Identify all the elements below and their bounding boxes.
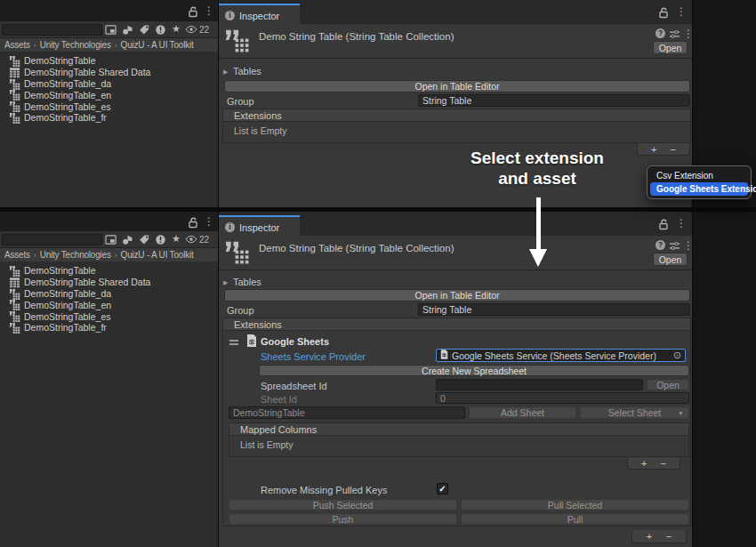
asset-item[interactable]: DemoStringTable xyxy=(0,265,218,277)
asset-label: DemoStringTable_en xyxy=(24,300,111,310)
extension-context-menu: Csv Extension Google Sheets Extension xyxy=(647,165,752,199)
asset-item[interactable]: DemoStringTable Shared Data xyxy=(0,277,218,288)
breadcrumb-assets[interactable]: Assets xyxy=(4,250,30,260)
breadcrumb-assets[interactable]: Assets xyxy=(4,40,30,50)
sheet-id-label: Sheet Id xyxy=(261,394,297,405)
add-extension-button[interactable]: + xyxy=(651,145,656,154)
visibility-eye-icon[interactable] xyxy=(185,25,197,34)
asset-item[interactable]: DemoStringTable_en xyxy=(0,299,218,310)
search-input[interactable] xyxy=(2,24,102,36)
inspector-tabstrip: i Inspector ⋮ xyxy=(219,212,692,236)
spreadsheet-id-field[interactable] xyxy=(436,379,643,390)
tab-inspector[interactable]: i Inspector xyxy=(219,4,300,26)
string-table-icon xyxy=(9,299,20,310)
menu-item-csv-extension[interactable]: Csv Extension xyxy=(650,169,748,182)
remove-missing-checkbox[interactable]: ✓ xyxy=(437,483,448,495)
open-button[interactable]: Open xyxy=(653,253,688,266)
asset-item[interactable]: DemoStringTable_es xyxy=(0,310,218,322)
picture-in-picture-icon[interactable] xyxy=(104,234,117,245)
group-field[interactable]: String Table xyxy=(418,303,690,316)
sheet-id-field: 0 xyxy=(436,392,689,404)
filter-by-type-icon[interactable] xyxy=(121,24,133,36)
asset-label: DemoStringTable Shared Data xyxy=(24,67,150,77)
sheet-document-icon xyxy=(440,350,448,361)
filter-by-type-icon[interactable] xyxy=(121,234,133,245)
asset-item[interactable]: DemoStringTable xyxy=(0,55,218,67)
filter-by-label-icon[interactable] xyxy=(138,24,150,36)
sheet-name-field[interactable]: DemoStringTable xyxy=(229,406,465,419)
google-sheets-extension: Google Sheets Sheets Service Provider Go… xyxy=(222,331,691,527)
help-icon[interactable]: ? xyxy=(655,240,665,250)
sheets-service-provider-label: Sheets Service Provider xyxy=(261,351,366,362)
extensions-list-controls: + − xyxy=(631,530,687,543)
asset-item[interactable]: DemoStringTable_da xyxy=(0,78,218,90)
remove-column-button[interactable]: − xyxy=(661,459,666,468)
kebab-menu-icon[interactable]: ⋮ xyxy=(204,216,214,227)
object-field-value: Google Sheets Service (Sheets Service Pr… xyxy=(452,350,656,361)
asset-item[interactable]: DemoStringTable_en xyxy=(0,89,218,101)
foldout-arrow-icon[interactable]: ▶ xyxy=(223,279,228,286)
picture-in-picture-icon[interactable] xyxy=(104,24,117,36)
tab-label: Inspector xyxy=(239,222,279,233)
sheets-service-provider-field[interactable]: Google Sheets Service (Sheets Service Pr… xyxy=(436,349,686,362)
kebab-menu-icon[interactable]: ⋮ xyxy=(676,6,687,17)
search-input[interactable] xyxy=(2,234,102,245)
inspector-title: Demo String Table (String Table Collecti… xyxy=(259,243,454,253)
asset-item[interactable]: DemoStringTable_fr xyxy=(0,112,218,124)
add-column-button[interactable]: + xyxy=(641,459,647,468)
tables-foldout[interactable]: Tables xyxy=(233,66,261,76)
inspector-header: Demo String Table (String Table Collecti… xyxy=(219,24,692,59)
google-sheets-header: Google Sheets xyxy=(261,336,329,347)
favorites-star-icon[interactable]: ★ xyxy=(170,23,182,35)
asset-item[interactable]: DemoStringTable_es xyxy=(0,101,218,112)
drag-handle-icon[interactable] xyxy=(229,340,238,345)
favorites-star-icon[interactable]: ★ xyxy=(170,233,182,245)
lock-icon[interactable] xyxy=(658,6,669,22)
tab-inspector[interactable]: i Inspector xyxy=(219,215,300,237)
extensions-list-controls: + − xyxy=(637,143,690,156)
object-picker-icon[interactable]: ⊙ xyxy=(673,350,681,361)
asset-item[interactable]: DemoStringTable_fr xyxy=(0,322,218,334)
breadcrumb-unity-technologies[interactable]: Unity Technologies xyxy=(40,250,111,260)
create-new-spreadsheet-button[interactable]: Create New Spreadsheet xyxy=(259,365,689,376)
chevron-right-icon: › xyxy=(34,41,36,50)
asset-label: DemoStringTable_es xyxy=(24,311,110,322)
unity-editor-composite: ⋮ ★ 22 Assets › Unity Techno xyxy=(0,0,756,547)
lock-icon[interactable] xyxy=(188,5,198,21)
before-state: ⋮ ★ 22 Assets › Unity Techno xyxy=(0,0,756,207)
visibility-eye-icon[interactable] xyxy=(185,235,197,244)
remove-extension-button[interactable]: − xyxy=(666,532,672,541)
annotation-line-2: and asset xyxy=(448,168,626,189)
asset-item[interactable]: DemoStringTable_da xyxy=(0,288,218,300)
open-button[interactable]: Open xyxy=(653,41,688,54)
breadcrumb-quizu[interactable]: QuizU - A UI Toolkit xyxy=(121,40,194,50)
open-in-table-editor-button[interactable]: Open in Table Editor xyxy=(224,80,690,93)
console-warning-icon[interactable] xyxy=(154,24,166,36)
open-in-table-editor-button[interactable]: Open in Table Editor xyxy=(224,289,690,302)
foldout-arrow-icon[interactable]: ▶ xyxy=(223,68,228,76)
asset-item[interactable]: DemoStringTable Shared Data xyxy=(0,67,218,78)
select-sheet-label: Select Sheet xyxy=(608,407,662,418)
pull-selected-button: Pull Selected xyxy=(461,499,689,511)
lock-icon[interactable] xyxy=(188,216,198,232)
add-extension-button[interactable]: + xyxy=(647,532,652,541)
kebab-menu-icon[interactable]: ⋮ xyxy=(676,218,687,229)
string-table-icon xyxy=(9,265,20,277)
console-warning-icon[interactable] xyxy=(154,234,166,245)
kebab-menu-icon[interactable]: ⋮ xyxy=(204,5,214,16)
string-table-icon xyxy=(9,101,20,112)
filter-by-label-icon[interactable] xyxy=(138,234,150,245)
tables-foldout[interactable]: Tables xyxy=(233,277,261,287)
push-selected-button: Push Selected xyxy=(229,499,457,511)
asset-label: DemoStringTable_es xyxy=(24,101,110,112)
breadcrumb-unity-technologies[interactable]: Unity Technologies xyxy=(40,40,111,50)
asset-label: DemoStringTable xyxy=(24,55,96,66)
lock-icon[interactable] xyxy=(658,218,669,234)
editor-background xyxy=(693,212,756,547)
string-table-icon xyxy=(9,322,20,334)
group-field[interactable]: String Table xyxy=(418,94,690,107)
help-icon[interactable]: ? xyxy=(655,28,665,38)
menu-item-google-sheets-extension[interactable]: Google Sheets Extension xyxy=(650,182,748,196)
remove-extension-button[interactable]: − xyxy=(671,145,676,154)
breadcrumb-quizu[interactable]: QuizU - A UI Toolkit xyxy=(121,250,194,260)
